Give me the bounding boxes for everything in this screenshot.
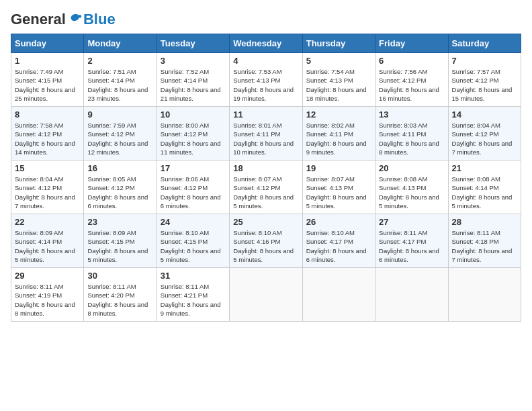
calendar-cell: 28 Sunrise: 8:11 AM Sunset: 4:18 PM Dayl… <box>448 214 521 268</box>
day-number: 21 <box>452 163 517 173</box>
calendar-cell: 13 Sunrise: 8:03 AM Sunset: 4:11 PM Dayl… <box>375 107 448 161</box>
day-info: Sunrise: 8:01 AM Sunset: 4:11 PM Dayligh… <box>233 121 298 156</box>
calendar-cell: 17 Sunrise: 8:06 AM Sunset: 4:12 PM Dayl… <box>157 161 229 214</box>
calendar-cell <box>302 268 375 322</box>
day-info: Sunrise: 7:56 AM Sunset: 4:12 PM Dayligh… <box>379 67 444 103</box>
calendar-cell: 2 Sunrise: 7:51 AM Sunset: 4:14 PM Dayli… <box>84 53 157 107</box>
calendar-cell: 19 Sunrise: 8:07 AM Sunset: 4:13 PM Dayl… <box>302 161 375 214</box>
logo-bird-icon <box>67 11 83 28</box>
day-info: Sunrise: 8:11 AM Sunset: 4:20 PM Dayligh… <box>87 282 152 318</box>
day-number: 9 <box>87 109 152 120</box>
day-info: Sunrise: 8:06 AM Sunset: 4:12 PM Dayligh… <box>161 175 226 210</box>
calendar-cell: 1 Sunrise: 7:49 AM Sunset: 4:15 PM Dayli… <box>11 53 84 107</box>
day-info: Sunrise: 8:08 AM Sunset: 4:14 PM Dayligh… <box>452 175 517 210</box>
column-header-saturday: Saturday <box>448 34 521 53</box>
calendar-cell: 26 Sunrise: 8:10 AM Sunset: 4:17 PM Dayl… <box>302 214 375 268</box>
day-number: 5 <box>306 56 371 66</box>
calendar-cell: 30 Sunrise: 8:11 AM Sunset: 4:20 PM Dayl… <box>84 268 157 322</box>
calendar-cell: 16 Sunrise: 8:05 AM Sunset: 4:12 PM Dayl… <box>84 161 157 214</box>
calendar-cell: 23 Sunrise: 8:09 AM Sunset: 4:15 PM Dayl… <box>84 214 157 268</box>
day-number: 27 <box>379 217 444 227</box>
day-info: Sunrise: 8:10 AM Sunset: 4:15 PM Dayligh… <box>161 228 226 264</box>
day-info: Sunrise: 8:10 AM Sunset: 4:16 PM Dayligh… <box>233 228 298 264</box>
calendar-cell: 8 Sunrise: 7:58 AM Sunset: 4:12 PM Dayli… <box>11 107 84 161</box>
calendar-cell: 29 Sunrise: 8:11 AM Sunset: 4:19 PM Dayl… <box>11 268 84 322</box>
day-number: 2 <box>87 56 152 66</box>
calendar-cell <box>375 268 448 322</box>
day-number: 8 <box>15 109 80 120</box>
calendar-cell: 27 Sunrise: 8:11 AM Sunset: 4:17 PM Dayl… <box>375 214 448 268</box>
logo: General Blue <box>11 11 116 28</box>
day-number: 1 <box>15 56 80 66</box>
day-info: Sunrise: 8:03 AM Sunset: 4:11 PM Dayligh… <box>379 121 444 156</box>
calendar-cell: 10 Sunrise: 8:00 AM Sunset: 4:12 PM Dayl… <box>157 107 229 161</box>
calendar-cell <box>448 268 521 322</box>
day-info: Sunrise: 8:10 AM Sunset: 4:17 PM Dayligh… <box>306 228 371 264</box>
day-number: 25 <box>233 217 298 227</box>
calendar-cell: 22 Sunrise: 8:09 AM Sunset: 4:14 PM Dayl… <box>11 214 84 268</box>
calendar-cell: 20 Sunrise: 8:08 AM Sunset: 4:13 PM Dayl… <box>375 161 448 214</box>
column-header-sunday: Sunday <box>11 34 84 53</box>
day-info: Sunrise: 8:11 AM Sunset: 4:21 PM Dayligh… <box>161 282 226 318</box>
day-info: Sunrise: 7:57 AM Sunset: 4:12 PM Dayligh… <box>452 67 517 103</box>
day-number: 29 <box>15 271 80 281</box>
day-number: 24 <box>161 217 226 227</box>
day-info: Sunrise: 7:52 AM Sunset: 4:14 PM Dayligh… <box>161 67 226 103</box>
day-number: 6 <box>379 56 444 66</box>
calendar-cell: 12 Sunrise: 8:02 AM Sunset: 4:11 PM Dayl… <box>302 107 375 161</box>
day-info: Sunrise: 8:11 AM Sunset: 4:19 PM Dayligh… <box>15 282 80 318</box>
day-info: Sunrise: 7:53 AM Sunset: 4:13 PM Dayligh… <box>233 67 298 103</box>
day-info: Sunrise: 8:07 AM Sunset: 4:12 PM Dayligh… <box>233 175 298 210</box>
day-number: 4 <box>233 56 298 66</box>
calendar-table: SundayMondayTuesdayWednesdayThursdayFrid… <box>11 34 521 322</box>
day-number: 10 <box>161 109 226 120</box>
column-header-thursday: Thursday <box>302 34 375 53</box>
calendar-cell: 4 Sunrise: 7:53 AM Sunset: 4:13 PM Dayli… <box>230 53 302 107</box>
day-info: Sunrise: 7:54 AM Sunset: 4:13 PM Dayligh… <box>306 67 371 103</box>
column-header-tuesday: Tuesday <box>157 34 229 53</box>
day-number: 20 <box>379 163 444 173</box>
day-number: 17 <box>161 163 226 173</box>
day-info: Sunrise: 8:04 AM Sunset: 4:12 PM Dayligh… <box>15 175 80 210</box>
day-number: 30 <box>87 271 152 281</box>
day-number: 18 <box>233 163 298 173</box>
day-info: Sunrise: 8:09 AM Sunset: 4:14 PM Dayligh… <box>15 228 80 264</box>
day-number: 23 <box>87 217 152 227</box>
calendar-cell: 24 Sunrise: 8:10 AM Sunset: 4:15 PM Dayl… <box>157 214 229 268</box>
day-info: Sunrise: 7:58 AM Sunset: 4:12 PM Dayligh… <box>15 121 80 156</box>
calendar-cell <box>230 268 302 322</box>
day-info: Sunrise: 8:11 AM Sunset: 4:17 PM Dayligh… <box>379 228 444 264</box>
day-info: Sunrise: 8:11 AM Sunset: 4:18 PM Dayligh… <box>452 228 517 264</box>
logo-general: General <box>11 11 66 28</box>
column-header-monday: Monday <box>84 34 157 53</box>
calendar-cell: 18 Sunrise: 8:07 AM Sunset: 4:12 PM Dayl… <box>230 161 302 214</box>
day-number: 13 <box>379 109 444 120</box>
calendar-cell: 31 Sunrise: 8:11 AM Sunset: 4:21 PM Dayl… <box>157 268 229 322</box>
day-number: 26 <box>306 217 371 227</box>
day-info: Sunrise: 8:07 AM Sunset: 4:13 PM Dayligh… <box>306 175 371 210</box>
calendar-cell: 21 Sunrise: 8:08 AM Sunset: 4:14 PM Dayl… <box>448 161 521 214</box>
header: General Blue <box>11 11 521 28</box>
day-number: 3 <box>161 56 226 66</box>
logo-blue: Blue <box>83 11 116 28</box>
day-number: 12 <box>306 109 371 120</box>
day-number: 14 <box>452 109 517 120</box>
calendar-cell: 15 Sunrise: 8:04 AM Sunset: 4:12 PM Dayl… <box>11 161 84 214</box>
calendar-cell: 7 Sunrise: 7:57 AM Sunset: 4:12 PM Dayli… <box>448 53 521 107</box>
day-info: Sunrise: 7:59 AM Sunset: 4:12 PM Dayligh… <box>87 121 152 156</box>
day-number: 15 <box>15 163 80 173</box>
day-number: 31 <box>161 271 226 281</box>
day-info: Sunrise: 7:51 AM Sunset: 4:14 PM Dayligh… <box>87 67 152 103</box>
column-header-friday: Friday <box>375 34 448 53</box>
calendar-cell: 6 Sunrise: 7:56 AM Sunset: 4:12 PM Dayli… <box>375 53 448 107</box>
day-info: Sunrise: 8:05 AM Sunset: 4:12 PM Dayligh… <box>87 175 152 210</box>
column-header-wednesday: Wednesday <box>230 34 302 53</box>
day-number: 22 <box>15 217 80 227</box>
day-number: 7 <box>452 56 517 66</box>
calendar-cell: 11 Sunrise: 8:01 AM Sunset: 4:11 PM Dayl… <box>230 107 302 161</box>
calendar-cell: 9 Sunrise: 7:59 AM Sunset: 4:12 PM Dayli… <box>84 107 157 161</box>
calendar-cell: 14 Sunrise: 8:04 AM Sunset: 4:12 PM Dayl… <box>448 107 521 161</box>
day-number: 19 <box>306 163 371 173</box>
day-number: 16 <box>87 163 152 173</box>
day-info: Sunrise: 8:09 AM Sunset: 4:15 PM Dayligh… <box>87 228 152 264</box>
